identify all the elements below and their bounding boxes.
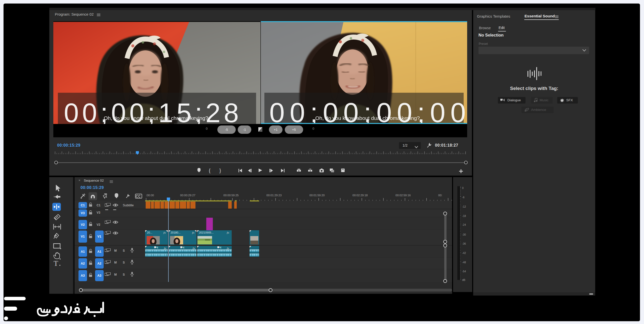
svg-text:-30: -30 bbox=[462, 233, 466, 236]
svg-text:Oh, do you know about dual chr: Oh, do you know about dual chroma keying… bbox=[104, 115, 208, 121]
svg-text:0: 0 bbox=[462, 186, 464, 189]
svg-text:Oh, do you know about dual chr: Oh, do you know about dual chroma keying… bbox=[315, 115, 420, 121]
svg-text:-54: -54 bbox=[462, 270, 466, 273]
svg-text:-36: -36 bbox=[462, 242, 466, 245]
svg-text:T: T bbox=[54, 259, 58, 267]
svg-text:-42: -42 bbox=[462, 251, 466, 254]
svg-text:-12: -12 bbox=[462, 205, 466, 208]
svg-text:-48: -48 bbox=[462, 261, 466, 264]
svg-text:}: } bbox=[219, 168, 221, 173]
svg-text:-18: -18 bbox=[462, 214, 466, 217]
svg-text:-6: -6 bbox=[462, 196, 464, 199]
svg-text:-24: -24 bbox=[462, 223, 466, 226]
svg-text:dB: dB bbox=[462, 278, 465, 281]
svg-text:{: { bbox=[209, 168, 211, 173]
